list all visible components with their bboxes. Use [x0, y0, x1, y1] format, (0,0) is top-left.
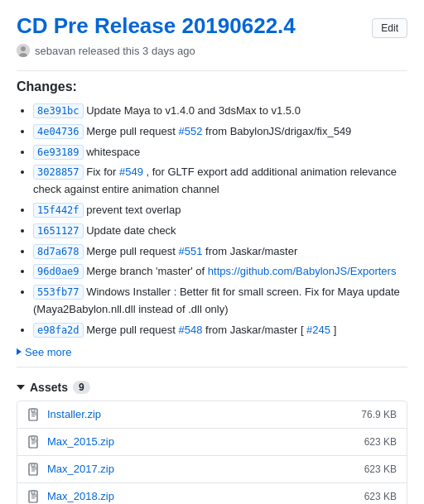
- change-text: whitespace: [86, 146, 140, 158]
- changes-section: Changes: 8e391bc Update Maya to v1.4.0 a…: [17, 79, 407, 358]
- list-item: 1651127 Update date check: [33, 223, 407, 240]
- changes-title: Changes:: [17, 79, 407, 94]
- asset-size: 623 KB: [364, 491, 397, 502]
- commit-hash[interactable]: 8d7a678: [33, 244, 84, 259]
- zip-icon: [27, 490, 41, 503]
- asset-size: 623 KB: [364, 463, 397, 475]
- pr-link-2[interactable]: #245: [306, 324, 330, 336]
- list-item: 3028857 Fix for #549 , for GLTF export a…: [33, 164, 407, 199]
- asset-row: Max_2018.zip 623 KB: [17, 483, 407, 504]
- pr-link[interactable]: #549: [119, 166, 143, 178]
- change-text: ]: [334, 324, 337, 336]
- change-text: Windows Installer : Better fit for small…: [33, 286, 400, 315]
- see-more-button[interactable]: See more: [17, 346, 407, 358]
- assets-header[interactable]: Assets 9: [17, 381, 407, 401]
- asset-name[interactable]: Max_2018.zip: [47, 490, 114, 502]
- asset-row: Max_2017.zip 623 KB: [17, 456, 407, 483]
- assets-count: 9: [73, 381, 90, 394]
- list-item: 8e391bc Update Maya to v1.4.0 and 3dsMax…: [33, 103, 407, 120]
- pr-link[interactable]: #551: [178, 245, 202, 257]
- asset-left: Max_2015.zip: [27, 435, 114, 449]
- pr-link[interactable]: #552: [178, 125, 202, 137]
- commit-hash[interactable]: e98fa2d: [33, 323, 84, 338]
- list-item: 15f442f prevent text overlap: [33, 202, 407, 219]
- commit-hash[interactable]: 96d0ae9: [33, 264, 84, 279]
- release-title: CD Pre Release 20190622.4: [17, 13, 296, 39]
- asset-left: Installer.zip: [27, 408, 101, 421]
- divider-mid: [17, 367, 407, 367]
- assets-collapse-icon: [17, 385, 25, 390]
- list-item: 4e04736 Merge pull request #552 from Bab…: [33, 123, 407, 141]
- list-item: 6e93189 whitespace: [33, 144, 407, 161]
- pr-link[interactable]: #548: [178, 324, 202, 336]
- asset-row: Installer.zip 76.9 KB: [17, 401, 407, 429]
- zip-icon: [27, 435, 41, 449]
- change-text: Merge pull request: [86, 245, 178, 257]
- svg-rect-19: [31, 491, 35, 494]
- change-text: Merge pull request: [86, 125, 178, 137]
- asset-size: 623 KB: [364, 436, 397, 448]
- zip-icon: [27, 408, 41, 421]
- asset-size: 76.9 KB: [361, 409, 397, 420]
- commit-hash[interactable]: 1651127: [33, 223, 84, 238]
- change-text: Fix for: [86, 166, 119, 178]
- changes-list: 8e391bc Update Maya to v1.4.0 and 3dsMax…: [17, 103, 407, 339]
- asset-name[interactable]: Max_2017.zip: [47, 463, 114, 475]
- svg-point-1: [21, 46, 26, 51]
- list-item: e98fa2d Merge pull request #548 from Jas…: [33, 322, 407, 339]
- page-container: CD Pre Release 20190622.4 Edit sebavan r…: [0, 0, 424, 504]
- asset-name[interactable]: Installer.zip: [47, 408, 101, 420]
- see-more-label: See more: [25, 346, 71, 358]
- asset-left: Max_2018.zip: [27, 490, 114, 503]
- asset-name[interactable]: Max_2015.zip: [47, 435, 114, 448]
- list-item: 96d0ae9 Merge branch 'master' of https:/…: [33, 263, 407, 281]
- header-row: CD Pre Release 20190622.4 Edit: [17, 13, 407, 39]
- asset-row: Max_2015.zip 623 KB: [17, 429, 407, 456]
- divider-top: [17, 70, 407, 71]
- avatar: [17, 44, 30, 57]
- change-text: from Jaskar/master [: [205, 324, 306, 336]
- change-text: from Jaskar/master: [205, 245, 297, 257]
- commit-hash[interactable]: 6e93189: [33, 145, 84, 160]
- assets-title: Assets: [30, 381, 68, 394]
- commit-hash[interactable]: 3028857: [33, 165, 84, 180]
- meta-row: sebavan released this 3 days ago: [17, 44, 407, 57]
- zip-icon: [27, 463, 41, 476]
- see-more-icon: [17, 348, 22, 355]
- edit-button[interactable]: Edit: [372, 18, 407, 38]
- commit-hash[interactable]: 4e04736: [33, 124, 84, 139]
- list-item: 8d7a678 Merge pull request #551 from Jas…: [33, 243, 407, 261]
- change-text: from BabylonJS/drigax/fix_549: [205, 125, 351, 137]
- svg-rect-4: [31, 409, 35, 412]
- commit-hash[interactable]: 15f442f: [33, 203, 84, 218]
- list-item: 553fb77 Windows Installer : Better fit f…: [33, 284, 407, 319]
- change-text: prevent text overlap: [86, 204, 181, 216]
- meta-text: sebavan released this 3 days ago: [35, 45, 195, 57]
- svg-rect-9: [31, 436, 35, 439]
- commit-hash[interactable]: 553fb77: [33, 285, 84, 300]
- repo-link[interactable]: https://github.com/BabylonJS/Exporters: [208, 265, 397, 277]
- change-text: Update date check: [86, 224, 176, 237]
- change-text: Update Maya to v1.4.0 and 3dsMax to v1.5…: [86, 104, 301, 117]
- assets-table: Installer.zip 76.9 KB Max_2015.zip 623: [17, 401, 407, 504]
- asset-left: Max_2017.zip: [27, 463, 114, 476]
- commit-hash[interactable]: 8e391bc: [33, 103, 84, 118]
- svg-rect-14: [31, 463, 35, 467]
- change-text: Merge branch 'master' of: [86, 265, 208, 277]
- assets-section: Assets 9 Installer.zip 76.9 KB: [17, 381, 407, 504]
- change-text: Merge pull request: [86, 324, 178, 336]
